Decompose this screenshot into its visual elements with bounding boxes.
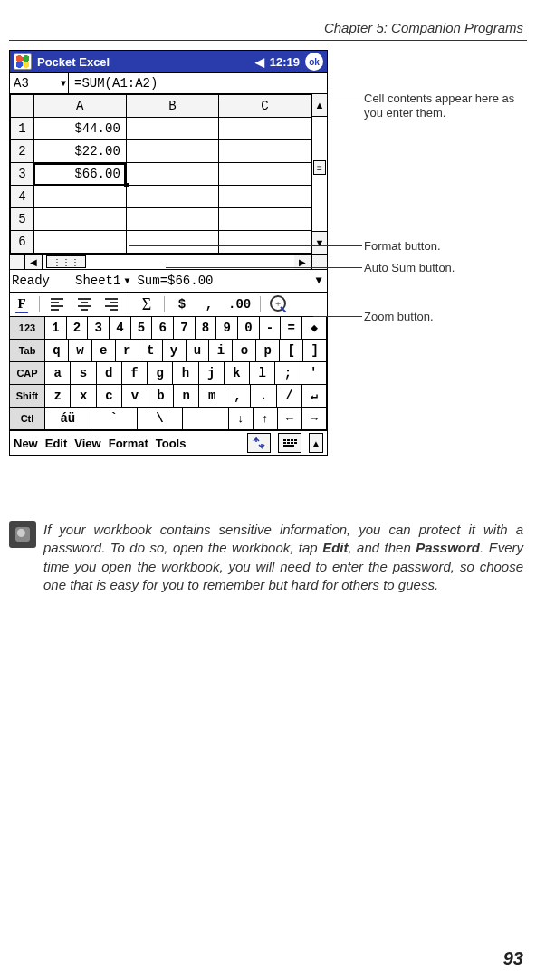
column-header[interactable]: C — [218, 95, 311, 118]
cell[interactable] — [218, 140, 311, 163]
keyboard-toggle-button[interactable] — [278, 433, 302, 453]
cell-reference-box[interactable]: A3 ▼ — [10, 73, 69, 93]
key[interactable]: CAP — [9, 361, 45, 385]
key[interactable]: ↵ — [302, 384, 327, 408]
cell[interactable] — [126, 140, 218, 163]
comma-button[interactable]: , — [199, 295, 219, 313]
key[interactable]: 0 — [237, 316, 260, 340]
scroll-down-button[interactable]: ▼ — [312, 231, 327, 254]
cell[interactable]: $44.00 — [34, 118, 126, 140]
align-right-button[interactable] — [101, 295, 121, 313]
key[interactable]: i — [208, 339, 233, 362]
key[interactable]: a — [44, 361, 71, 385]
format-button[interactable]: F — [12, 295, 32, 313]
key[interactable]: 8 — [195, 316, 217, 340]
key[interactable]: 2 — [66, 316, 89, 340]
key[interactable]: l — [249, 361, 275, 385]
key[interactable]: ↑ — [253, 407, 278, 430]
hscroll-thumb[interactable]: ⋮⋮⋮ — [46, 255, 86, 268]
key[interactable]: s — [70, 361, 96, 385]
key[interactable]: 3 — [87, 316, 110, 340]
table-row[interactable]: 2 $22.00 — [11, 140, 311, 163]
key[interactable]: t — [139, 339, 163, 362]
table-row[interactable]: 4 — [11, 186, 311, 208]
cell[interactable]: $22.00 — [34, 140, 126, 163]
up-down-button[interactable] — [247, 433, 271, 453]
volume-icon[interactable]: ◀ — [255, 55, 264, 69]
key[interactable]: p — [255, 339, 280, 362]
key[interactable]: Tab — [9, 339, 45, 362]
key[interactable]: Ctl — [9, 407, 45, 430]
key[interactable]: → — [302, 407, 327, 430]
cell[interactable] — [34, 208, 126, 231]
key[interactable]: , — [225, 384, 251, 408]
key[interactable]: h — [172, 361, 198, 385]
zoom-button[interactable]: + — [268, 295, 290, 313]
key[interactable]: / — [276, 384, 302, 408]
key[interactable]: ◆ — [302, 316, 327, 340]
cell-selected[interactable]: $66.00 — [34, 163, 126, 186]
row-header[interactable]: 4 — [11, 186, 34, 208]
menu-new[interactable]: New — [14, 437, 38, 450]
key[interactable]: n — [173, 384, 199, 408]
key[interactable]: b — [148, 384, 174, 408]
key[interactable]: c — [96, 384, 122, 408]
key[interactable]: j — [198, 361, 225, 385]
cell[interactable] — [218, 163, 311, 186]
cell[interactable] — [34, 186, 126, 208]
column-header[interactable]: B — [126, 95, 218, 118]
row-header[interactable]: 5 — [11, 208, 34, 231]
formula-input[interactable]: =SUM(A1:A2) — [69, 73, 327, 93]
row-header[interactable]: 2 — [11, 140, 34, 163]
cell[interactable] — [126, 208, 218, 231]
decimals-button[interactable]: .00 — [226, 295, 253, 313]
cell[interactable] — [218, 231, 311, 254]
cell[interactable] — [218, 208, 311, 231]
key[interactable]: 6 — [151, 316, 174, 340]
cell-ref-dropdown-icon[interactable]: ▼ — [61, 79, 68, 89]
cell[interactable] — [126, 118, 218, 140]
summary-dropdown-icon[interactable]: ▼ — [311, 274, 327, 287]
key[interactable]: x — [70, 384, 96, 408]
key[interactable]: ; — [274, 361, 301, 385]
menu-tools[interactable]: Tools — [156, 437, 187, 450]
key[interactable]: \ — [137, 407, 184, 430]
align-left-button[interactable] — [47, 295, 67, 313]
cell[interactable] — [218, 186, 311, 208]
select-all-corner[interactable] — [11, 95, 34, 118]
key-space[interactable] — [182, 407, 229, 430]
sheet-selector[interactable]: Sheet1 ▼ — [75, 274, 129, 288]
key[interactable]: 7 — [173, 316, 196, 340]
key[interactable]: e — [91, 339, 116, 362]
key[interactable]: r — [115, 339, 139, 362]
key[interactable]: 1 — [44, 316, 67, 340]
windows-flag-icon[interactable] — [14, 53, 32, 70]
key[interactable]: g — [147, 361, 173, 385]
key[interactable]: f — [121, 361, 148, 385]
row-header[interactable]: 6 — [11, 231, 34, 254]
column-header[interactable]: A — [34, 95, 126, 118]
table-row[interactable]: 6 — [11, 231, 311, 254]
cell[interactable] — [126, 163, 218, 186]
table-row[interactable]: 3 $66.00 — [11, 163, 311, 186]
key[interactable]: 9 — [215, 316, 238, 340]
cell[interactable] — [126, 231, 218, 254]
table-row[interactable]: 1 $44.00 — [11, 118, 311, 140]
menu-view[interactable]: View — [74, 437, 100, 450]
key[interactable]: - — [259, 316, 282, 340]
key[interactable]: [ — [279, 339, 303, 362]
cell[interactable] — [34, 231, 126, 254]
scroll-track[interactable]: ≡ — [312, 117, 327, 231]
key[interactable]: o — [232, 339, 256, 362]
key[interactable]: ← — [277, 407, 302, 430]
key[interactable]: 5 — [130, 316, 153, 340]
key[interactable]: w — [68, 339, 92, 362]
key[interactable]: ` — [91, 407, 138, 430]
menu-edit[interactable]: Edit — [45, 437, 68, 450]
key[interactable]: ] — [302, 339, 327, 362]
row-header[interactable]: 1 — [11, 118, 34, 140]
scroll-left-button[interactable]: ◀ — [25, 255, 43, 269]
key[interactable]: 4 — [109, 316, 131, 340]
menu-format[interactable]: Format — [109, 437, 148, 450]
key[interactable]: d — [96, 361, 122, 385]
